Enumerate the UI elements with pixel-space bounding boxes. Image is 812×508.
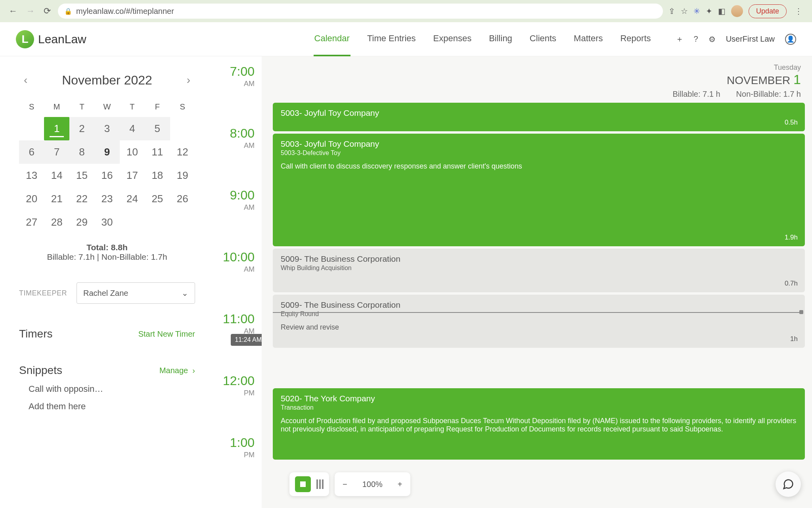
cal-day[interactable]: 12 xyxy=(170,140,195,164)
gear-icon[interactable]: ⚙ xyxy=(709,35,716,44)
timekeeper-select[interactable]: Rachel Zane ⌄ xyxy=(77,282,195,304)
chevron-down-icon: ⌄ xyxy=(182,288,188,298)
update-button[interactable]: Update xyxy=(749,4,787,18)
cal-dow: F xyxy=(145,99,170,117)
nav-time-entries[interactable]: Time Entries xyxy=(366,22,417,56)
cal-dow: T xyxy=(120,99,145,117)
chat-widget[interactable] xyxy=(776,472,801,497)
timers-heading: Timers xyxy=(19,328,53,340)
zoom-level: 100% xyxy=(362,480,383,489)
cal-day[interactable]: 11 xyxy=(145,140,170,164)
cal-day[interactable]: 21 xyxy=(44,187,69,211)
event-block[interactable]: 5020- The York Company Transaction Accou… xyxy=(273,388,805,460)
cal-day[interactable]: 22 xyxy=(69,187,94,211)
address-bar[interactable]: 🔒 myleanlaw.co/#/timeplanner xyxy=(58,4,663,19)
url-text: myleanlaw.co/#/timeplanner xyxy=(76,7,174,16)
cal-day[interactable]: 24 xyxy=(120,187,145,211)
back-icon[interactable]: ← xyxy=(7,4,19,18)
cal-day[interactable]: 14 xyxy=(44,164,69,187)
time-planner: 7:00AM8:00AM9:00AM10:00AM11:00AM12:00PM1… xyxy=(214,56,812,508)
nav-matters[interactable]: Matters xyxy=(573,22,603,56)
nav-expenses[interactable]: Expenses xyxy=(433,22,473,56)
cal-day[interactable]: 25 xyxy=(145,187,170,211)
snippet-item[interactable]: Call with opposin… xyxy=(19,377,195,394)
event-block[interactable]: 5009- The Business Corporation Whip Buil… xyxy=(273,249,805,292)
cal-day[interactable]: 15 xyxy=(69,164,94,187)
cal-day xyxy=(170,211,195,234)
time-slot: 10:00AM xyxy=(214,250,255,312)
extension-icon[interactable]: ✳ xyxy=(693,6,700,16)
cal-day[interactable]: 8 xyxy=(69,140,94,164)
cal-day[interactable]: 19 xyxy=(170,164,195,187)
pause-button[interactable] xyxy=(316,479,324,489)
cal-day[interactable]: 30 xyxy=(94,211,119,234)
cal-day[interactable]: 10 xyxy=(120,140,145,164)
bookmark-icon[interactable]: ☆ xyxy=(681,6,688,16)
cal-day[interactable]: 2 xyxy=(69,117,94,140)
start-timer-link[interactable]: Start New Timer xyxy=(138,330,195,339)
calendar-totals: Total: 8.8h Billable: 7.1h | Non-Billabl… xyxy=(19,243,195,262)
cal-day[interactable]: 16 xyxy=(94,164,119,187)
cal-dow: M xyxy=(44,99,69,117)
logo[interactable]: L LeanLaw xyxy=(16,30,86,48)
cal-day[interactable]: 17 xyxy=(120,164,145,187)
cal-day[interactable]: 4 xyxy=(120,117,145,140)
event-block[interactable]: 5003- Joyful Toy Company 5003-3-Defectiv… xyxy=(273,134,805,246)
cal-day[interactable]: 26 xyxy=(170,187,195,211)
zoom-out-button[interactable]: − xyxy=(340,480,350,489)
nav-billing[interactable]: Billing xyxy=(488,22,513,56)
cal-day[interactable]: 28 xyxy=(44,211,69,234)
timekeeper-row: TIMEKEEPER Rachel Zane ⌄ xyxy=(19,282,195,304)
cal-day xyxy=(19,117,44,140)
cal-day[interactable]: 23 xyxy=(94,187,119,211)
calendar-grid: SMTWTFS 12345678910111213141516171819202… xyxy=(19,99,195,234)
snippet-item[interactable]: Add them here xyxy=(19,394,195,412)
app-topbar: L LeanLaw Calendar Time Entries Expenses… xyxy=(0,22,812,56)
cal-day[interactable]: 18 xyxy=(145,164,170,187)
cal-day[interactable]: 5 xyxy=(145,117,170,140)
reload-icon[interactable]: ⟳ xyxy=(42,4,52,18)
cal-day[interactable]: 6 xyxy=(19,140,44,164)
cal-day[interactable]: 20 xyxy=(19,187,44,211)
lock-icon: 🔒 xyxy=(64,8,72,15)
stop-button[interactable] xyxy=(295,476,311,492)
calendar-title: November 2022 xyxy=(62,73,152,88)
time-slot: 8:00AM xyxy=(214,126,255,188)
next-month-icon[interactable]: › xyxy=(182,72,195,88)
panel-icon[interactable]: ◧ xyxy=(718,6,726,16)
cal-day[interactable]: 27 xyxy=(19,211,44,234)
nav-clients[interactable]: Clients xyxy=(529,22,557,56)
manage-snippets-link[interactable]: Manage › xyxy=(159,366,195,375)
cal-day[interactable]: 29 xyxy=(69,211,94,234)
cal-dow: S xyxy=(19,99,44,117)
help-icon[interactable]: ? xyxy=(694,35,698,44)
cal-day[interactable]: 13 xyxy=(19,164,44,187)
nav-reports[interactable]: Reports xyxy=(619,22,651,56)
event-block[interactable]: 5003- Joyful Toy Company 0.5h xyxy=(273,103,805,131)
timers-section: Timers Start New Timer xyxy=(19,328,195,340)
nav-calendar[interactable]: Calendar xyxy=(314,22,350,56)
cal-day[interactable]: 7 xyxy=(44,140,69,164)
media-controls: − 100% + xyxy=(289,472,410,496)
user-icon[interactable]: 👤 xyxy=(785,34,796,45)
event-block[interactable]: 5009- The Business Corporation Equity Ro… xyxy=(273,295,805,348)
events-column: Tuesday NOVEMBER 1 Billable: 7.1 h Non-B… xyxy=(262,56,812,508)
cal-day[interactable]: 3 xyxy=(94,117,119,140)
timekeeper-value: Rachel Zane xyxy=(83,289,128,298)
plus-icon[interactable]: ＋ xyxy=(676,34,684,44)
browser-menu-icon[interactable]: ⋮ xyxy=(792,6,805,16)
cal-dow: S xyxy=(170,99,195,117)
puzzle-icon[interactable]: ✦ xyxy=(706,6,712,16)
forward-icon[interactable]: → xyxy=(25,4,36,18)
profile-avatar[interactable] xyxy=(731,5,743,17)
cal-day[interactable]: 1 xyxy=(44,117,69,140)
cal-day xyxy=(120,211,145,234)
cal-day[interactable]: 9 xyxy=(94,140,119,164)
zoom-in-button[interactable]: + xyxy=(395,480,405,489)
time-slot: 9:00AM xyxy=(214,188,255,250)
logo-text: LeanLaw xyxy=(38,33,86,46)
share-icon[interactable]: ⇪ xyxy=(668,6,675,16)
firm-name[interactable]: UserFirst Law xyxy=(726,35,775,44)
prev-month-icon[interactable]: ‹ xyxy=(19,72,32,88)
cal-day xyxy=(170,117,195,140)
